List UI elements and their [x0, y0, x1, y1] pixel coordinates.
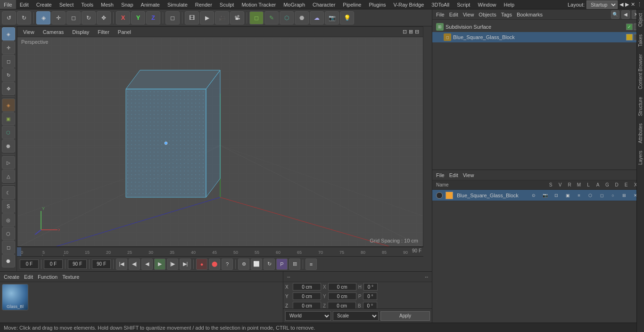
transform-btn[interactable]: ✥: [97, 11, 111, 24]
om-menu-objects[interactable]: Objects: [479, 12, 496, 17]
coord-p[interactable]: [363, 292, 377, 300]
mat-col-e[interactable]: ⊞: [619, 193, 629, 198]
menu-vray[interactable]: V-Ray Bridge: [390, 0, 428, 9]
coord-x-pos[interactable]: [293, 283, 321, 291]
auto-mode-btn[interactable]: ↻: [264, 259, 275, 270]
render-view-btn[interactable]: ▶: [200, 11, 214, 24]
deformer-btn[interactable]: ⬣: [295, 11, 309, 24]
vp-icon-1[interactable]: ⊡: [403, 29, 407, 35]
menu-window[interactable]: Window: [474, 0, 500, 9]
axis-z-btn[interactable]: Z: [146, 11, 160, 24]
viewport-menu-view[interactable]: View: [21, 28, 36, 36]
timeline-btn[interactable]: ≡: [305, 259, 317, 270]
frame-current-input[interactable]: [44, 259, 63, 269]
mat-menu-texture[interactable]: Texture: [62, 274, 79, 280]
viewport-menu-panel[interactable]: Panel: [116, 28, 133, 36]
layout-icon-3[interactable]: ✕: [631, 1, 635, 8]
left-tool-10[interactable]: △: [2, 170, 15, 183]
om-search-icon[interactable]: 🔍: [611, 10, 619, 19]
obj-row-subdivision[interactable]: ⊞ Subdivision Surface ✓ ·: [432, 22, 644, 32]
prev-play-btn[interactable]: ◀: [141, 259, 153, 270]
camera-btn[interactable]: 📷: [325, 11, 339, 24]
layout-icon-4[interactable]: ⋮: [637, 1, 642, 8]
motion-btn[interactable]: P: [276, 259, 288, 270]
tab-attributes[interactable]: Attributes: [637, 120, 644, 147]
om-menu-view[interactable]: View: [463, 12, 474, 17]
cube-btn[interactable]: ◻: [249, 11, 264, 24]
left-tool-1[interactable]: ✛: [2, 41, 15, 54]
menu-mesh[interactable]: Mesh: [97, 0, 117, 9]
apply-button[interactable]: Apply: [380, 311, 430, 321]
mat-col-a[interactable]: ⬡: [586, 193, 595, 198]
timeline-ruler[interactable]: 0 5 10 15 20 25 30 35 40 45 50 55 60 65 …: [17, 247, 423, 256]
left-tool-7[interactable]: ⬡: [2, 126, 15, 139]
obj-mode-btn[interactable]: ◻: [165, 11, 180, 24]
scale-tool-btn[interactable]: ◻: [66, 11, 81, 24]
om-menu-edit[interactable]: Edit: [449, 12, 458, 17]
frame-end-input[interactable]: [68, 259, 87, 269]
goto-start-btn[interactable]: |◀: [116, 259, 127, 270]
menu-render[interactable]: Render: [191, 0, 216, 9]
tab-content-browser[interactable]: Content Browser: [637, 50, 644, 93]
left-tool-16[interactable]: ⬣: [2, 254, 15, 267]
left-tool-14[interactable]: ⬡: [2, 227, 15, 240]
mat-row-glass[interactable]: Blue_Square_Glass_Block ⊙ 📷 ⊡ ▣ ≡ ⬡ ◻ ○ …: [432, 190, 644, 201]
frame-min-input[interactable]: [92, 259, 111, 269]
om-menu-file[interactable]: File: [436, 12, 445, 17]
move-tool-btn[interactable]: ✛: [51, 11, 66, 24]
viewport-menu-filter[interactable]: Filter: [96, 28, 111, 36]
viewport-canvas[interactable]: Y X Z Perspective Grid Spacing : 10 cm: [17, 37, 423, 246]
mm-menu-file[interactable]: File: [436, 172, 445, 178]
viewport-menu-display[interactable]: Display: [70, 28, 91, 36]
goto-end-btn[interactable]: ▶|: [180, 259, 191, 270]
nurbs-btn[interactable]: ⬡: [280, 11, 294, 24]
material-preview[interactable]: Glass_Bl: [2, 284, 28, 310]
menu-motion-tracker[interactable]: Motion Tracker: [238, 0, 280, 9]
menu-3dtoall[interactable]: 3DToAll: [428, 0, 453, 9]
glass-block-color[interactable]: [626, 34, 633, 40]
mat-col-r[interactable]: ⊡: [552, 193, 561, 198]
vp-icon-2[interactable]: ⊞: [409, 29, 413, 35]
menu-help[interactable]: Help: [500, 0, 519, 9]
redo-btn[interactable]: ↻: [17, 11, 31, 24]
mat-col-m[interactable]: ▣: [563, 193, 572, 198]
axis-x-btn[interactable]: X: [116, 11, 130, 24]
menu-create[interactable]: Create: [33, 0, 56, 9]
coord-x-size[interactable]: [328, 283, 356, 291]
viewport[interactable]: View Cameras Display Filter Panel ⊡ ⊞ ⊟: [17, 26, 423, 247]
rotate-tool-btn[interactable]: ↻: [82, 11, 96, 24]
mat-col-l[interactable]: ≡: [574, 193, 584, 198]
left-tool-12[interactable]: S: [2, 200, 15, 213]
menu-animate[interactable]: Animate: [137, 0, 164, 9]
coord-y-pos[interactable]: [293, 292, 321, 300]
layout-icon-1[interactable]: ◀: [619, 1, 623, 8]
left-tool-13[interactable]: ◎: [2, 213, 15, 227]
left-tool-4[interactable]: ✥: [2, 82, 15, 95]
menu-pipeline[interactable]: Pipeline: [339, 0, 365, 9]
next-frame-btn[interactable]: |▶: [167, 259, 178, 270]
render-output-btn[interactable]: 📽: [230, 11, 244, 24]
menu-select[interactable]: Select: [56, 0, 78, 9]
mat-menu-create[interactable]: Create: [4, 274, 19, 280]
om-settings-icon[interactable]: ◀: [621, 10, 630, 19]
menu-tools[interactable]: Tools: [77, 0, 97, 9]
obj-row-glass-block[interactable]: ◻ Blue_Square_Glass_Block ·: [432, 32, 644, 42]
left-tool-15[interactable]: ◻: [2, 241, 15, 254]
light-btn[interactable]: 💡: [340, 11, 354, 24]
move-key-btn[interactable]: ⊕: [238, 259, 249, 270]
viewport-menu-cameras[interactable]: Cameras: [41, 28, 66, 36]
mm-menu-edit[interactable]: Edit: [449, 172, 458, 178]
mat-menu-function[interactable]: Function: [38, 274, 58, 280]
mm-menu-view[interactable]: View: [463, 172, 474, 178]
record-btn[interactable]: ●: [196, 259, 207, 270]
axis-y-btn[interactable]: Y: [131, 11, 145, 24]
menu-character[interactable]: Character: [309, 0, 339, 9]
menu-simulate[interactable]: Simulate: [164, 0, 191, 9]
scene-btn[interactable]: ☁: [310, 11, 324, 24]
spline-btn[interactable]: ✎: [264, 11, 279, 24]
left-tool-3[interactable]: ↻: [2, 68, 15, 81]
left-tool-2[interactable]: ◻: [2, 55, 15, 68]
world-dropdown[interactable]: World: [285, 311, 331, 321]
left-tool-9[interactable]: ▷: [2, 156, 15, 169]
mat-col-g[interactable]: ◻: [597, 193, 606, 198]
